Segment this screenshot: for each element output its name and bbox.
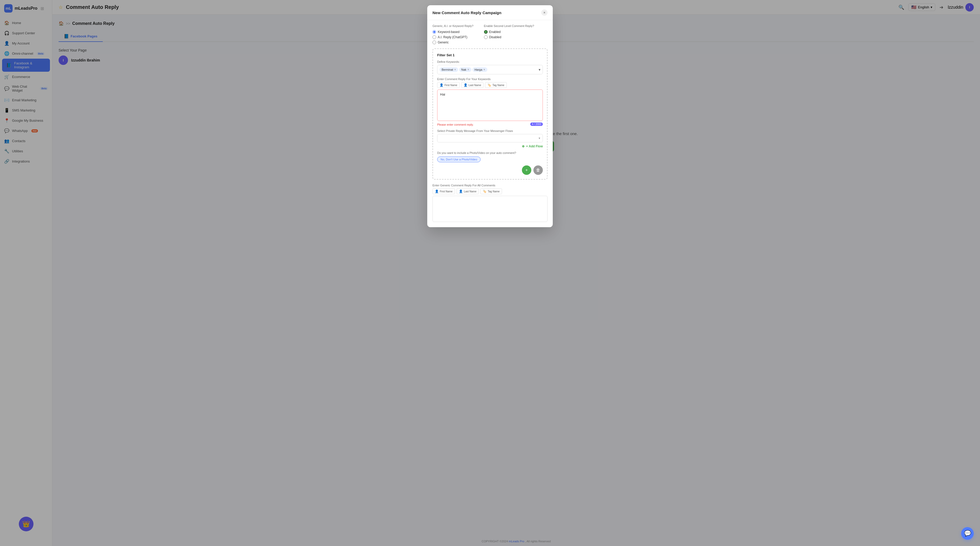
generic-reply-textarea[interactable]: [433, 196, 547, 222]
tag-remove-berminat[interactable]: ×: [454, 68, 456, 72]
photo-label: Do you want to include a Photo/Video on …: [437, 151, 543, 155]
radio-enabled-input[interactable]: [484, 30, 488, 34]
private-reply-label: Select Private Reply Message From Your M…: [437, 129, 543, 133]
select-flow-dropdown[interactable]: [437, 134, 543, 142]
generic-insert-buttons: 👤 First Name 👤 Last Name 🏷️ Tag Name: [433, 188, 547, 194]
generic-insert-lastname-btn[interactable]: 👤 Last Name: [457, 188, 479, 194]
keywords-input[interactable]: Berminat × Nak × Harga × ▾: [437, 65, 543, 74]
generic-person-icon: 👤: [435, 190, 439, 193]
insert-tagname-btn[interactable]: 🏷️ Tag Name: [485, 82, 507, 88]
radio-generic[interactable]: Generic: [433, 41, 474, 44]
generic-insert-tagname-btn[interactable]: 🏷️ Tag Name: [480, 188, 502, 194]
plus-circle-icon: ⊕: [522, 144, 525, 148]
radio-generic-input[interactable]: [433, 41, 436, 44]
modal: New Comment Auto Reply Campaign × Generi…: [427, 5, 553, 227]
comment-reply-textarea[interactable]: Hai: [437, 89, 543, 121]
delete-filter-button[interactable]: 🗑: [533, 165, 543, 175]
person-icon: 👤: [439, 83, 444, 87]
tag-nak: Nak ×: [459, 67, 471, 72]
no-photo-option[interactable]: No, Don't Use a Photo/Video: [437, 156, 480, 162]
add-filter-button[interactable]: +: [522, 165, 531, 175]
tag-remove-harga[interactable]: ×: [484, 68, 485, 72]
support-icon: 💬: [964, 530, 971, 537]
generic-person-icon-2: 👤: [459, 190, 463, 193]
person-icon-2: 👤: [464, 83, 468, 87]
modal-close-button[interactable]: ×: [541, 10, 547, 16]
second-level-group: Enable Second Level Comment Reply? Enabl…: [484, 24, 534, 44]
generic-insert-firstname-btn[interactable]: 👤 First Name: [433, 188, 455, 194]
support-chat-button[interactable]: 💬: [961, 527, 974, 540]
add-flow-button[interactable]: ⊕ + Add Flow: [437, 144, 543, 148]
tag-remove-nak[interactable]: ×: [468, 68, 469, 72]
second-level-label: Enable Second Level Comment Reply?: [484, 24, 534, 27]
insert-buttons: 👤 First Name 👤 Last Name 🏷️ Tag Name: [437, 82, 543, 88]
photo-toggle-group: No, Don't Use a Photo/Video: [437, 156, 543, 162]
radio-enabled[interactable]: Enabled: [484, 30, 534, 34]
modal-body: Generic, A.I. or Keyword Reply? Keyword-…: [427, 20, 553, 227]
tag-harga: Harga ×: [473, 67, 487, 72]
radio-ai-input[interactable]: [433, 35, 436, 39]
plus-icon: +: [525, 168, 528, 172]
modal-header: New Comment Auto Reply Campaign ×: [427, 5, 553, 20]
tag-icon: 🏷️: [487, 83, 491, 87]
radio-disabled-input[interactable]: [484, 35, 488, 39]
modal-title: New Comment Auto Reply Campaign: [433, 10, 501, 15]
char-count: 4 / 2000: [530, 123, 543, 126]
select-flow-wrapper: ▾: [437, 134, 543, 142]
trash-icon: 🗑: [536, 168, 540, 172]
radio-ai[interactable]: A.I. Reply (ChatGPT): [433, 35, 474, 39]
reply-type-label: Generic, A.I. or Keyword Reply?: [433, 24, 474, 27]
filter-set-title: Filter Set 1: [437, 53, 543, 57]
radio-keyword[interactable]: Keyword-based: [433, 30, 474, 34]
generic-tag-icon: 🏷️: [483, 190, 487, 193]
keyword-dropdown-icon[interactable]: ▾: [539, 67, 541, 72]
insert-firstname-btn[interactable]: 👤 First Name: [437, 82, 460, 88]
radio-disabled[interactable]: Disabled: [484, 35, 534, 39]
generic-comment-section: Enter Generic Comment Reply For All Comm…: [433, 184, 547, 223]
generic-reply-label: Enter Generic Comment Reply For All Comm…: [433, 184, 547, 187]
comment-reply-label: Enter Comment Reply For Your Keywords: [437, 77, 543, 81]
error-message: Please enter comment reply.: [437, 123, 543, 126]
reply-type-group: Generic, A.I. or Keyword Reply? Keyword-…: [433, 24, 474, 44]
modal-overlay: New Comment Auto Reply Campaign × Generi…: [0, 0, 980, 546]
filter-actions: + 🗑: [437, 165, 543, 175]
keywords-label: Define Keywords:: [437, 60, 543, 63]
insert-lastname-btn[interactable]: 👤 Last Name: [461, 82, 484, 88]
filter-set: Filter Set 1 Define Keywords: Berminat ×…: [433, 48, 547, 180]
radio-keyword-input[interactable]: [433, 30, 436, 34]
radio-options-row: Generic, A.I. or Keyword Reply? Keyword-…: [433, 24, 547, 44]
tag-berminat: Berminat ×: [439, 67, 458, 72]
